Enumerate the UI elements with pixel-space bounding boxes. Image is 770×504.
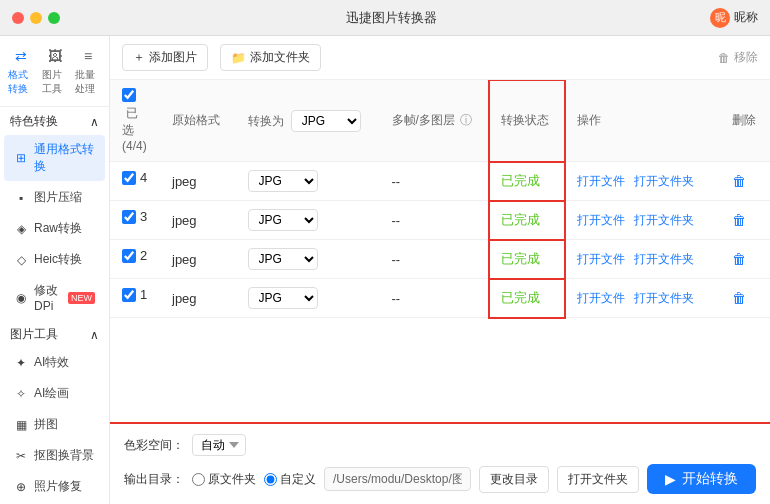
- batch-icon: ≡: [78, 46, 98, 66]
- radio-custom[interactable]: [264, 473, 277, 486]
- open-file-link-0[interactable]: 打开文件: [577, 174, 625, 188]
- delete-icon-2[interactable]: 🗑: [732, 251, 746, 267]
- image-tool-icon: 🖼: [45, 46, 65, 66]
- output-path-input[interactable]: /Users/modu/Desktop/图片转换器: [324, 467, 471, 491]
- section-title-image-tools: 图片工具: [10, 326, 58, 343]
- col-header-target-format: 转换为 JPGPNGWEBP: [236, 80, 380, 162]
- open-file-link-3[interactable]: 打开文件: [577, 291, 625, 305]
- col-header-delete: 删除: [720, 80, 770, 162]
- section-collapse-icon2: ∧: [90, 328, 99, 342]
- open-folder-button[interactable]: 打开文件夹: [557, 466, 639, 493]
- table-row: 1 jpeg JPG PNGWEBP -- 已完成 打开文件 打开文件夹 🗑: [110, 279, 770, 318]
- global-format-select[interactable]: JPGPNGWEBP: [291, 110, 361, 132]
- sidebar-item-raw[interactable]: ◈ Raw转换: [4, 214, 105, 243]
- col-header-orig-format: 原始格式: [160, 80, 236, 162]
- puzzle-label: 拼图: [34, 416, 58, 433]
- row-num-2: 2: [140, 248, 147, 263]
- section-header-image-tools: 图片工具 ∧: [0, 320, 109, 347]
- section-header-special: 特色转换 ∧: [0, 107, 109, 134]
- open-file-link-1[interactable]: 打开文件: [577, 213, 625, 227]
- minimize-button[interactable]: [30, 12, 42, 24]
- bg-remove-label: 抠图换背景: [34, 447, 94, 464]
- sidebar-tool-batch[interactable]: ≡ 批量处理: [71, 44, 105, 98]
- row-checkbox-2[interactable]: [122, 249, 136, 263]
- close-button[interactable]: [12, 12, 24, 24]
- sidebar-tool-format-convert[interactable]: ⇄ 格式转换: [4, 44, 38, 98]
- radio-original[interactable]: [192, 473, 205, 486]
- radio-custom-text: 自定义: [280, 471, 316, 488]
- row-format-select-2[interactable]: JPG PNGWEBP: [248, 248, 318, 270]
- radio-custom-label[interactable]: 自定义: [264, 471, 316, 488]
- color-space-select[interactable]: 自动: [192, 434, 246, 456]
- add-folder-button[interactable]: 📁 添加文件夹: [220, 44, 321, 71]
- cell-actions-3: 打开文件 打开文件夹: [565, 279, 720, 318]
- open-folder-link-2[interactable]: 打开文件夹: [634, 252, 694, 266]
- cell-multi-0: --: [380, 162, 490, 201]
- dpi-icon: ◉: [14, 291, 28, 305]
- sidebar-item-bg-remove[interactable]: ✂ 抠图换背景: [4, 441, 105, 470]
- open-folder-link-3[interactable]: 打开文件夹: [634, 291, 694, 305]
- maximize-button[interactable]: [48, 12, 60, 24]
- delete-icon-0[interactable]: 🗑: [732, 173, 746, 189]
- username-label: 昵称: [734, 9, 758, 26]
- color-space-row: 色彩空间： 自动: [124, 434, 756, 456]
- row-checkbox-0[interactable]: [122, 171, 136, 185]
- content-area: ＋ 添加图片 📁 添加文件夹 🗑 移除 已选(4/4): [110, 36, 770, 504]
- titlebar: 迅捷图片转换器 昵 昵称: [0, 0, 770, 36]
- open-folder-link-0[interactable]: 打开文件夹: [634, 174, 694, 188]
- sidebar-item-heic[interactable]: ◇ Heic转换: [4, 245, 105, 274]
- cell-delete-1: 🗑: [720, 201, 770, 240]
- delete-icon-1[interactable]: 🗑: [732, 212, 746, 228]
- sidebar-item-puzzle[interactable]: ▦ 拼图: [4, 410, 105, 439]
- sidebar-item-compress[interactable]: ▪ 图片压缩: [4, 183, 105, 212]
- sidebar-item-general-format[interactable]: ⊞ 通用格式转换: [4, 135, 105, 181]
- add-image-label: 添加图片: [149, 49, 197, 66]
- table-row: 3 jpeg JPG PNGWEBP -- 已完成 打开文件 打开文件夹 🗑: [110, 201, 770, 240]
- start-convert-button[interactable]: ▶ 开始转换: [647, 464, 756, 494]
- file-table: 已选(4/4) 原始格式 转换为 JPGPNGWEBP 多帧/多图层: [110, 80, 770, 318]
- table-body: 4 jpeg JPG PNGWEBP -- 已完成 打开文件 打开文件夹 🗑 3: [110, 162, 770, 318]
- radio-original-label[interactable]: 原文件夹: [192, 471, 256, 488]
- row-format-select-1[interactable]: JPG PNGWEBP: [248, 209, 318, 231]
- batch-label: 批量处理: [75, 68, 101, 96]
- row-checkbox-3[interactable]: [122, 288, 136, 302]
- row-format-select-3[interactable]: JPG PNGWEBP: [248, 287, 318, 309]
- sidebar-tool-image-tool[interactable]: 🖼 图片工具: [38, 44, 72, 98]
- output-label: 输出目录：: [124, 471, 184, 488]
- delete-icon-3[interactable]: 🗑: [732, 290, 746, 306]
- ai-effect-label: AI特效: [34, 354, 69, 371]
- row-checkbox-1[interactable]: [122, 210, 136, 224]
- cell-delete-2: 🗑: [720, 240, 770, 279]
- general-format-label: 通用格式转换: [34, 141, 95, 175]
- sidebar-item-photo-repair[interactable]: ⊕ 照片修复: [4, 472, 105, 501]
- change-dir-button[interactable]: 更改目录: [479, 466, 549, 493]
- user-info: 昵 昵称: [710, 8, 758, 28]
- ai-paint-label: AI绘画: [34, 385, 69, 402]
- color-space-label: 色彩空间：: [124, 437, 184, 454]
- add-image-button[interactable]: ＋ 添加图片: [122, 44, 208, 71]
- start-convert-label: 开始转换: [682, 470, 738, 488]
- open-file-link-2[interactable]: 打开文件: [577, 252, 625, 266]
- format-convert-icon: ⇄: [11, 46, 31, 66]
- sidebar-item-dpi[interactable]: ◉ 修改DPi NEW: [4, 276, 105, 319]
- cell-actions-2: 打开文件 打开文件夹: [565, 240, 720, 279]
- select-all-checkbox[interactable]: [122, 88, 136, 102]
- cell-checkbox-1: 3: [110, 201, 160, 232]
- app-title: 迅捷图片转换器: [72, 9, 710, 27]
- raw-label: Raw转换: [34, 220, 82, 237]
- table-row: 4 jpeg JPG PNGWEBP -- 已完成 打开文件 打开文件夹 🗑: [110, 162, 770, 201]
- sidebar-item-ai-paint[interactable]: ✧ AI绘画: [4, 379, 105, 408]
- open-folder-link-1[interactable]: 打开文件夹: [634, 213, 694, 227]
- row-num-0: 4: [140, 170, 147, 185]
- remove-button[interactable]: 🗑 移除: [718, 49, 758, 66]
- sidebar-item-ai-effect[interactable]: ✦ AI特效: [4, 348, 105, 377]
- change-dir-label: 更改目录: [490, 472, 538, 486]
- cell-status-0: 已完成: [489, 162, 565, 201]
- cell-multi-2: --: [380, 240, 490, 279]
- cell-delete-0: 🗑: [720, 162, 770, 201]
- cell-target-format-2: JPG PNGWEBP: [236, 240, 380, 279]
- cell-actions-1: 打开文件 打开文件夹: [565, 201, 720, 240]
- general-format-icon: ⊞: [14, 151, 28, 165]
- row-format-select-0[interactable]: JPG PNGWEBP: [248, 170, 318, 192]
- user-avatar: 昵: [710, 8, 730, 28]
